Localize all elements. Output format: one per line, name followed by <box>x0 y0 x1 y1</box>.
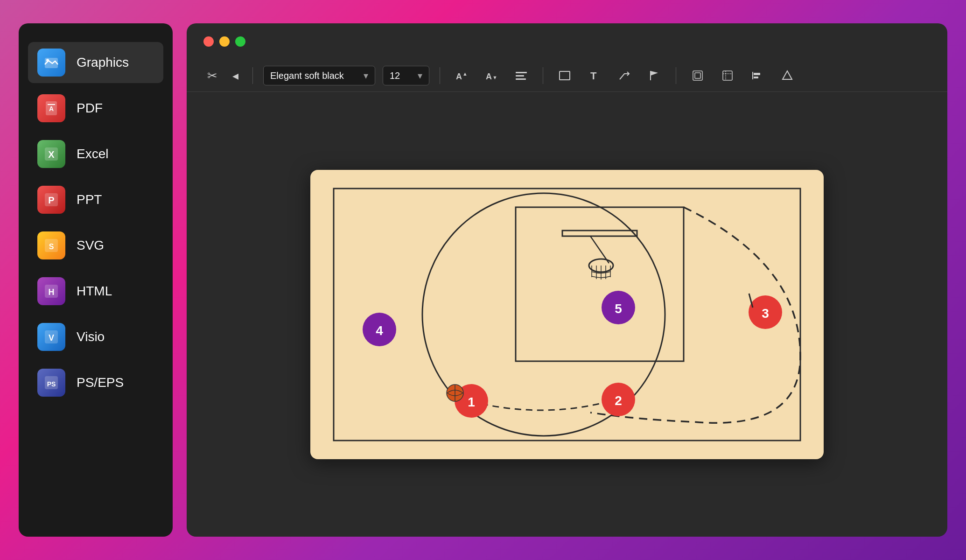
font-size-text: 12 <box>390 70 400 81</box>
crop-button[interactable] <box>716 65 739 86</box>
svg-text:1: 1 <box>468 395 475 409</box>
svg-marker-26 <box>651 71 658 76</box>
svg-label: SVG <box>77 238 104 253</box>
svg-point-1 <box>46 59 49 62</box>
maximize-button[interactable] <box>235 36 245 47</box>
toolbar-divider-3 <box>543 67 543 84</box>
graphics-icon <box>37 49 65 77</box>
svg-rect-28 <box>695 73 700 78</box>
html-icon: H <box>37 277 65 305</box>
svg-text:4: 4 <box>376 323 383 338</box>
graphics-label: Graphics <box>77 55 129 70</box>
align-button[interactable] <box>510 65 532 86</box>
text-tool-button[interactable]: T <box>583 65 606 86</box>
sidebar-item-visio[interactable]: V Visio <box>28 316 163 357</box>
minimize-button[interactable] <box>219 36 230 47</box>
excel-label: Excel <box>77 147 108 161</box>
canvas-area[interactable]: 1 2 3 <box>187 92 947 537</box>
traffic-lights <box>203 36 245 47</box>
flag-tool-button[interactable] <box>643 65 665 86</box>
undo-button[interactable]: ◂ <box>229 66 242 86</box>
layers-button[interactable] <box>686 65 709 86</box>
toolbar-divider-1 <box>252 67 253 84</box>
svg-text:P: P <box>48 195 54 205</box>
triangle-button[interactable] <box>776 65 798 86</box>
sidebar-item-graphics[interactable]: Graphics <box>28 42 163 83</box>
svg-text:A: A <box>486 72 492 81</box>
visio-icon: V <box>37 323 65 351</box>
svg-rect-27 <box>693 71 702 80</box>
connector-tool-button[interactable] <box>613 65 636 86</box>
toolbar-divider-2 <box>440 67 440 84</box>
svg-rect-22 <box>516 78 526 80</box>
toolbar: ✂ ◂ Elegant soft black ▾ 12 ▾ A ▲ <box>187 60 947 92</box>
main-panel: ✂ ◂ Elegant soft black ▾ 12 ▾ A ▲ <box>187 23 947 537</box>
svg-rect-34 <box>754 77 758 78</box>
font-size-select[interactable]: 12 ▾ <box>383 66 429 85</box>
svg-text:A: A <box>456 72 462 81</box>
align-left-button[interactable] <box>746 65 769 86</box>
cut-button[interactable]: ✂ <box>203 66 221 86</box>
svg-text:2: 2 <box>615 393 622 408</box>
svg-text:T: T <box>590 70 597 82</box>
svg-marker-35 <box>783 71 792 79</box>
excel-icon: X <box>37 140 65 168</box>
svg-text:X: X <box>48 149 55 160</box>
shrink-text-button[interactable]: A ▼ <box>480 65 503 86</box>
visio-label: Visio <box>77 329 105 344</box>
sidebar: Graphics A PDF X Excel <box>19 23 173 537</box>
svg-text:A: A <box>49 105 54 112</box>
svg-rect-29 <box>723 71 732 80</box>
svg-rect-36 <box>310 170 824 459</box>
svg-text:▲: ▲ <box>462 71 468 77</box>
svg-text:5: 5 <box>615 301 622 316</box>
font-dropdown-arrow: ▾ <box>364 70 368 81</box>
svg-icon: S <box>37 231 65 259</box>
size-dropdown-arrow: ▾ <box>418 70 422 81</box>
app-container: Graphics A PDF X Excel <box>0 0 966 560</box>
pseps-label: PS/EPS <box>77 375 124 390</box>
svg-rect-21 <box>516 75 524 77</box>
ppt-label: PPT <box>77 192 102 207</box>
svg-text:H: H <box>49 287 55 297</box>
svg-rect-23 <box>560 71 570 80</box>
svg-rect-33 <box>754 73 760 75</box>
sidebar-item-svg[interactable]: S SVG <box>28 225 163 266</box>
font-family-select[interactable]: Elegant soft black ▾ <box>263 66 375 85</box>
sidebar-item-pseps[interactable]: PS PS/EPS <box>28 362 163 403</box>
svg-rect-20 <box>516 72 527 73</box>
toolbar-divider-4 <box>676 67 676 84</box>
close-button[interactable] <box>203 36 214 47</box>
title-bar <box>187 23 947 60</box>
rect-tool-button[interactable] <box>553 65 576 86</box>
sidebar-item-excel[interactable]: X Excel <box>28 133 163 175</box>
svg-text:3: 3 <box>762 306 769 321</box>
html-label: HTML <box>77 284 112 299</box>
font-name-text: Elegant soft black <box>270 70 344 81</box>
grow-text-button[interactable]: A ▲ <box>450 65 473 86</box>
ppt-icon: P <box>37 186 65 214</box>
drawing-canvas[interactable]: 1 2 3 <box>310 170 824 459</box>
pdf-icon: A <box>37 94 65 122</box>
sidebar-item-pdf[interactable]: A PDF <box>28 88 163 129</box>
pseps-icon: PS <box>37 369 65 397</box>
pdf-label: PDF <box>77 101 103 116</box>
svg-text:S: S <box>49 243 54 251</box>
svg-text:PS: PS <box>47 380 56 388</box>
svg-text:V: V <box>49 333 54 343</box>
sidebar-item-ppt[interactable]: P PPT <box>28 179 163 220</box>
svg-text:▼: ▼ <box>492 75 497 80</box>
sidebar-item-html[interactable]: H HTML <box>28 271 163 312</box>
